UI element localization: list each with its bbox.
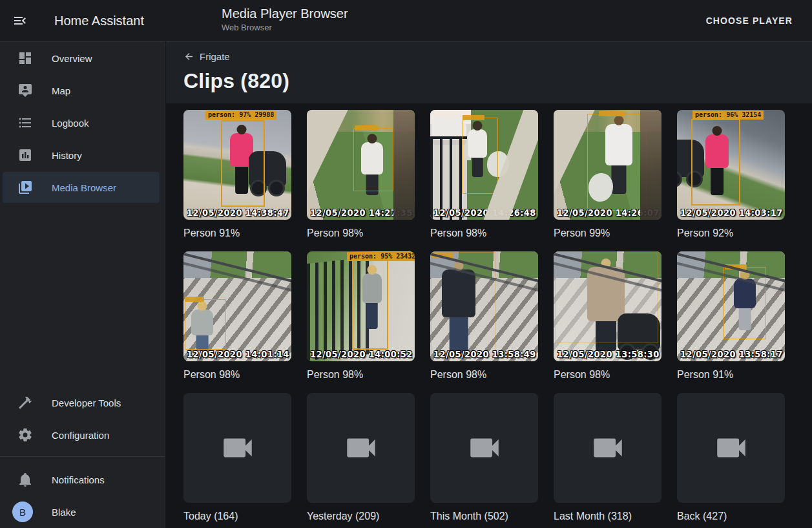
media-player-browser-title: Media Player Browser xyxy=(222,6,348,21)
clip-card: 12/05/2020 14:26:07 Person 99% xyxy=(554,110,661,240)
sidebar-item-label: Overview xyxy=(52,53,92,64)
folder-caption: Back (427) xyxy=(677,510,785,523)
clip-thumbnail[interactable]: 12/05/2020 14:27:35 xyxy=(307,110,415,220)
clip-caption: Person 98% xyxy=(430,227,538,240)
clip-thumbnail[interactable]: person: 96% 32154 12/05/2020 14:03:17 xyxy=(677,110,785,220)
detection-box xyxy=(587,114,647,211)
clip-caption: Person 91% xyxy=(677,368,785,381)
detection-box-label: person: 97% 29988 xyxy=(205,111,276,120)
video-camera-icon xyxy=(713,429,750,467)
clip-timestamp: 12/05/2020 14:03:17 xyxy=(680,207,783,218)
chart-box-icon xyxy=(17,147,33,163)
sidebar-item-logbook[interactable]: Logbook xyxy=(3,107,160,138)
clip-thumbnail[interactable]: 12/05/2020 14:26:48 xyxy=(430,110,538,220)
main-content: Frigate Clips (820) person: 97% 29988 12… xyxy=(166,41,812,528)
folder-thumbnail[interactable] xyxy=(183,393,291,503)
sidebar-item-map[interactable]: Map xyxy=(3,75,160,106)
clip-timestamp: 12/05/2020 13:58:17 xyxy=(680,348,783,359)
folder-thumbnail[interactable] xyxy=(554,393,661,503)
web-browser-subtitle: Web Browser xyxy=(222,23,348,32)
folder-card-last-month: Last Month (318) xyxy=(554,393,661,523)
sidebar-spacer xyxy=(0,204,165,386)
folder-card-today: Today (164) xyxy=(183,393,291,523)
video-camera-icon xyxy=(466,429,503,467)
sidebar-item-history[interactable]: History xyxy=(3,140,160,171)
clip-card: 12/05/2020 13:58:49 Person 98% xyxy=(430,251,538,381)
app-title: Home Assistant xyxy=(54,14,144,28)
clip-timestamp: 12/05/2020 13:58:49 xyxy=(433,348,536,359)
sidebar-toggle-menu-icon[interactable] xyxy=(12,13,28,28)
clip-thumbnail[interactable]: 12/05/2020 13:58:17 xyxy=(677,251,785,361)
clip-caption: Person 92% xyxy=(677,227,785,240)
detection-box-label: person: 95% 23432 xyxy=(347,252,415,261)
folder-thumbnail[interactable] xyxy=(430,393,538,503)
clip-caption: Person 99% xyxy=(554,227,661,240)
video-camera-icon xyxy=(219,429,256,467)
detection-box xyxy=(352,259,388,350)
detection-box xyxy=(221,120,265,207)
clip-thumbnail[interactable]: 12/05/2020 14:26:07 xyxy=(554,110,661,220)
arrow-left-icon xyxy=(183,51,194,62)
detection-box-label xyxy=(599,111,625,116)
detection-box-label xyxy=(185,297,204,302)
media-browser-header: Frigate Clips (820) xyxy=(166,41,812,103)
choose-player-button[interactable]: CHOOSE PLAYER xyxy=(701,10,798,31)
clip-timestamp: 12/05/2020 13:58:30 xyxy=(557,348,660,359)
clip-thumbnail[interactable]: 12/05/2020 14:01:14 xyxy=(183,251,291,361)
clip-timestamp: 12/05/2020 14:26:48 xyxy=(433,207,536,218)
clips-grid: person: 97% 29988 12/05/2020 14:38:47 Pe… xyxy=(183,110,812,523)
sidebar: Overview Map Logbook History Media Brows… xyxy=(0,41,165,528)
folder-caption: Last Month (318) xyxy=(554,510,661,523)
folder-card-this-month: This Month (502) xyxy=(430,393,538,523)
sidebar-item-notifications[interactable]: Notifications xyxy=(3,464,160,495)
clip-timestamp: 12/05/2020 14:01:14 xyxy=(187,348,289,359)
sidewalk-shape xyxy=(307,110,360,220)
breadcrumb-back-frigate[interactable]: Frigate xyxy=(183,51,230,62)
detection-box-label: person: 96% 32154 xyxy=(692,111,764,120)
clips-grid-container: person: 97% 29988 12/05/2020 14:38:47 Pe… xyxy=(166,103,812,528)
clip-card: person: 95% 23432 12/05/2020 14:00:52 Pe… xyxy=(307,251,415,381)
clip-timestamp: 12/05/2020 14:38:47 xyxy=(187,207,289,218)
bell-icon xyxy=(17,472,33,487)
clip-caption: Person 98% xyxy=(430,368,538,381)
clip-timestamp: 12/05/2020 14:27:35 xyxy=(310,207,413,218)
clip-caption: Person 91% xyxy=(183,227,291,240)
clip-caption: Person 98% xyxy=(307,227,415,240)
sidebar-item-label: Logbook xyxy=(52,118,89,129)
video-camera-icon xyxy=(342,429,380,467)
sidebar-item-developer-tools[interactable]: Developer Tools xyxy=(3,387,160,418)
sidebar-item-overview[interactable]: Overview xyxy=(3,43,160,74)
folder-card-yesterday: Yesterday (209) xyxy=(307,393,415,523)
clip-timestamp: 12/05/2020 14:26:07 xyxy=(557,207,660,218)
clip-thumbnail[interactable]: person: 95% 23432 12/05/2020 14:00:52 xyxy=(307,251,415,361)
sidebar-item-configuration[interactable]: Configuration xyxy=(3,419,160,450)
page-title: Clips (820) xyxy=(183,69,812,93)
clip-thumbnail[interactable]: 12/05/2020 13:58:30 xyxy=(554,251,661,361)
sidebar-item-label: Media Browser xyxy=(52,182,116,193)
video-camera-icon xyxy=(589,429,627,467)
clip-caption: Person 98% xyxy=(554,368,661,381)
detection-box xyxy=(463,118,498,194)
clip-card: person: 97% 29988 12/05/2020 14:38:47 Pe… xyxy=(183,110,291,240)
detection-box xyxy=(431,252,495,357)
clip-thumbnail[interactable]: 12/05/2020 13:58:49 xyxy=(430,251,538,361)
clip-card: 12/05/2020 14:26:48 Person 98% xyxy=(430,110,538,240)
clip-thumbnail[interactable]: person: 97% 29988 12/05/2020 14:38:47 xyxy=(183,110,291,220)
detection-box xyxy=(555,253,658,343)
breadcrumb-label: Frigate xyxy=(200,51,230,62)
detection-box-label xyxy=(463,115,484,120)
clip-caption: Person 98% xyxy=(307,368,415,381)
sidebar-item-user-profile[interactable]: B Blake xyxy=(3,496,160,527)
sidebar-item-label: Configuration xyxy=(52,430,109,441)
clip-caption: Person 98% xyxy=(183,368,291,381)
clip-card: 12/05/2020 14:27:35 Person 98% xyxy=(307,110,415,240)
folder-thumbnail[interactable] xyxy=(307,393,415,503)
sidebar-item-media-browser[interactable]: Media Browser xyxy=(3,172,160,203)
sidebar-item-label: Map xyxy=(52,85,70,96)
detection-box-label xyxy=(432,253,453,258)
app-header: Home Assistant Media Player Browser Web … xyxy=(0,0,812,41)
folder-thumbnail[interactable] xyxy=(677,393,785,503)
detection-box xyxy=(724,267,766,339)
user-name-label: Blake xyxy=(52,507,76,518)
detection-box-label xyxy=(725,264,747,269)
